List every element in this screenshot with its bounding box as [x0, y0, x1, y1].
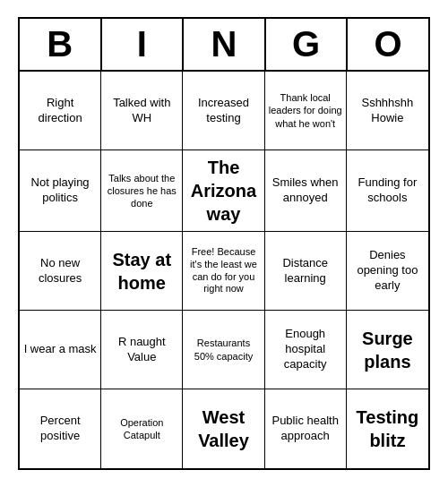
bingo-cell-22: West Valley [183, 389, 264, 468]
bingo-cell-9: Funding for schools [347, 150, 428, 232]
bingo-cell-2: Increased testing [183, 72, 264, 150]
bingo-grid: Right directionTalked with WHIncreased t… [20, 72, 428, 468]
bingo-cell-16: R naught Value [101, 311, 183, 389]
bingo-cell-17: Restaurants 50% capacity [183, 311, 264, 389]
bingo-cell-12: Free! Because it's the least we can do f… [183, 232, 264, 311]
header-letter-o: O [348, 19, 428, 72]
bingo-cell-3: Thank local leaders for doing what he wo… [265, 72, 347, 150]
header-letter-n: N [184, 19, 266, 72]
bingo-cell-13: Distance learning [265, 232, 347, 311]
bingo-cell-6: Talks about the closures he has done [101, 150, 183, 232]
bingo-cell-7: The Arizona way [183, 150, 264, 232]
bingo-cell-24: Testing blitz [347, 389, 428, 468]
header-letter-b: B [20, 19, 102, 72]
bingo-cell-1: Talked with WH [101, 72, 183, 150]
bingo-cell-14: Denies opening too early [347, 232, 428, 311]
bingo-cell-23: Public health approach [265, 389, 347, 468]
bingo-cell-10: No new closures [20, 232, 101, 311]
bingo-card: BINGO Right directionTalked with WHIncre… [18, 17, 430, 470]
header-letter-i: I [102, 19, 185, 72]
bingo-cell-15: I wear a mask [20, 311, 101, 389]
bingo-cell-19: Surge plans [347, 311, 428, 389]
bingo-cell-0: Right direction [20, 72, 101, 150]
bingo-cell-20: Percent positive [20, 389, 101, 468]
bingo-cell-21: Operation Catapult [101, 389, 183, 468]
bingo-cell-4: Sshhhshh Howie [347, 72, 428, 150]
bingo-cell-18: Enough hospital capacity [265, 311, 347, 389]
bingo-header: BINGO [20, 19, 428, 72]
header-letter-g: G [266, 19, 349, 72]
bingo-cell-5: Not playing politics [20, 150, 101, 232]
bingo-cell-11: Stay at home [101, 232, 183, 311]
bingo-cell-8: Smiles when annoyed [265, 150, 347, 232]
